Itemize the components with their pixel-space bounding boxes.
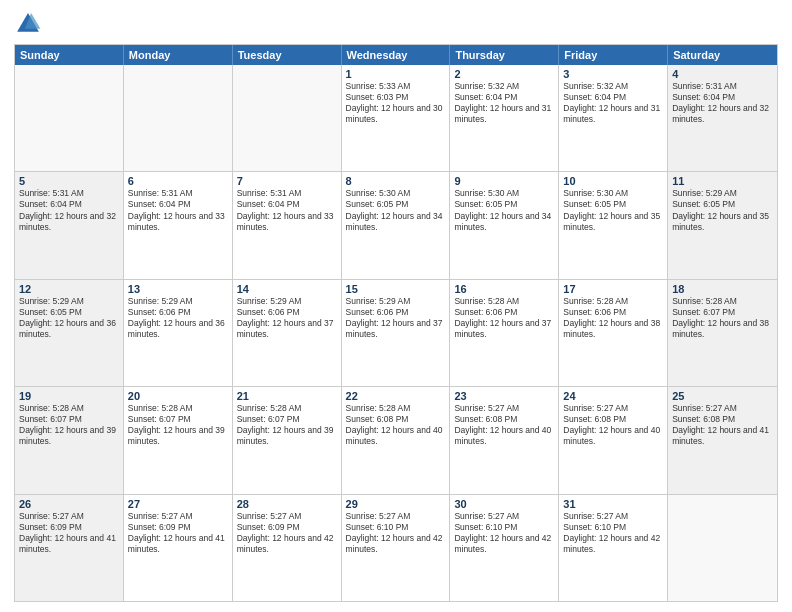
header	[14, 10, 778, 38]
day-header-monday: Monday	[124, 45, 233, 65]
calendar-cell: 18Sunrise: 5:28 AMSunset: 6:07 PMDayligh…	[668, 280, 777, 386]
cell-info: Sunrise: 5:30 AMSunset: 6:05 PMDaylight:…	[563, 188, 663, 232]
cell-info: Sunrise: 5:28 AMSunset: 6:07 PMDaylight:…	[672, 296, 773, 340]
day-number: 29	[346, 498, 446, 510]
calendar-cell: 20Sunrise: 5:28 AMSunset: 6:07 PMDayligh…	[124, 387, 233, 493]
calendar-cell: 21Sunrise: 5:28 AMSunset: 6:07 PMDayligh…	[233, 387, 342, 493]
calendar-cell: 23Sunrise: 5:27 AMSunset: 6:08 PMDayligh…	[450, 387, 559, 493]
calendar-cell: 25Sunrise: 5:27 AMSunset: 6:08 PMDayligh…	[668, 387, 777, 493]
calendar-cell	[124, 65, 233, 171]
day-number: 22	[346, 390, 446, 402]
calendar-cell: 16Sunrise: 5:28 AMSunset: 6:06 PMDayligh…	[450, 280, 559, 386]
day-number: 8	[346, 175, 446, 187]
day-number: 27	[128, 498, 228, 510]
calendar-cell	[668, 495, 777, 601]
calendar-cell: 9Sunrise: 5:30 AMSunset: 6:05 PMDaylight…	[450, 172, 559, 278]
day-number: 9	[454, 175, 554, 187]
calendar-cell: 12Sunrise: 5:29 AMSunset: 6:05 PMDayligh…	[15, 280, 124, 386]
calendar-cell: 30Sunrise: 5:27 AMSunset: 6:10 PMDayligh…	[450, 495, 559, 601]
day-number: 11	[672, 175, 773, 187]
day-number: 4	[672, 68, 773, 80]
day-number: 3	[563, 68, 663, 80]
cell-info: Sunrise: 5:27 AMSunset: 6:08 PMDaylight:…	[672, 403, 773, 447]
calendar-cell: 19Sunrise: 5:28 AMSunset: 6:07 PMDayligh…	[15, 387, 124, 493]
calendar-row-5: 26Sunrise: 5:27 AMSunset: 6:09 PMDayligh…	[15, 494, 777, 601]
day-number: 20	[128, 390, 228, 402]
cell-info: Sunrise: 5:29 AMSunset: 6:05 PMDaylight:…	[672, 188, 773, 232]
cell-info: Sunrise: 5:30 AMSunset: 6:05 PMDaylight:…	[346, 188, 446, 232]
day-number: 26	[19, 498, 119, 510]
day-number: 5	[19, 175, 119, 187]
page: SundayMondayTuesdayWednesdayThursdayFrid…	[0, 0, 792, 612]
cell-info: Sunrise: 5:27 AMSunset: 6:09 PMDaylight:…	[237, 511, 337, 555]
calendar-row-1: 1Sunrise: 5:33 AMSunset: 6:03 PMDaylight…	[15, 65, 777, 171]
calendar-cell: 1Sunrise: 5:33 AMSunset: 6:03 PMDaylight…	[342, 65, 451, 171]
day-number: 17	[563, 283, 663, 295]
calendar-cell: 6Sunrise: 5:31 AMSunset: 6:04 PMDaylight…	[124, 172, 233, 278]
cell-info: Sunrise: 5:29 AMSunset: 6:06 PMDaylight:…	[237, 296, 337, 340]
day-number: 14	[237, 283, 337, 295]
calendar-cell: 17Sunrise: 5:28 AMSunset: 6:06 PMDayligh…	[559, 280, 668, 386]
cell-info: Sunrise: 5:31 AMSunset: 6:04 PMDaylight:…	[128, 188, 228, 232]
day-header-tuesday: Tuesday	[233, 45, 342, 65]
day-number: 16	[454, 283, 554, 295]
day-number: 31	[563, 498, 663, 510]
cell-info: Sunrise: 5:31 AMSunset: 6:04 PMDaylight:…	[19, 188, 119, 232]
cell-info: Sunrise: 5:29 AMSunset: 6:06 PMDaylight:…	[128, 296, 228, 340]
day-number: 24	[563, 390, 663, 402]
calendar-row-2: 5Sunrise: 5:31 AMSunset: 6:04 PMDaylight…	[15, 171, 777, 278]
cell-info: Sunrise: 5:28 AMSunset: 6:07 PMDaylight:…	[128, 403, 228, 447]
cell-info: Sunrise: 5:28 AMSunset: 6:06 PMDaylight:…	[454, 296, 554, 340]
calendar-body: 1Sunrise: 5:33 AMSunset: 6:03 PMDaylight…	[15, 65, 777, 601]
day-number: 28	[237, 498, 337, 510]
calendar-header: SundayMondayTuesdayWednesdayThursdayFrid…	[15, 45, 777, 65]
day-number: 23	[454, 390, 554, 402]
calendar-cell: 8Sunrise: 5:30 AMSunset: 6:05 PMDaylight…	[342, 172, 451, 278]
calendar-cell: 3Sunrise: 5:32 AMSunset: 6:04 PMDaylight…	[559, 65, 668, 171]
cell-info: Sunrise: 5:27 AMSunset: 6:10 PMDaylight:…	[454, 511, 554, 555]
calendar-cell	[233, 65, 342, 171]
day-number: 25	[672, 390, 773, 402]
calendar-cell: 31Sunrise: 5:27 AMSunset: 6:10 PMDayligh…	[559, 495, 668, 601]
calendar-cell: 7Sunrise: 5:31 AMSunset: 6:04 PMDaylight…	[233, 172, 342, 278]
cell-info: Sunrise: 5:28 AMSunset: 6:07 PMDaylight:…	[237, 403, 337, 447]
day-number: 19	[19, 390, 119, 402]
logo	[14, 10, 46, 38]
calendar-cell	[15, 65, 124, 171]
calendar-row-4: 19Sunrise: 5:28 AMSunset: 6:07 PMDayligh…	[15, 386, 777, 493]
calendar-cell: 14Sunrise: 5:29 AMSunset: 6:06 PMDayligh…	[233, 280, 342, 386]
cell-info: Sunrise: 5:32 AMSunset: 6:04 PMDaylight:…	[454, 81, 554, 125]
day-header-thursday: Thursday	[450, 45, 559, 65]
calendar-cell: 28Sunrise: 5:27 AMSunset: 6:09 PMDayligh…	[233, 495, 342, 601]
day-number: 13	[128, 283, 228, 295]
calendar-cell: 4Sunrise: 5:31 AMSunset: 6:04 PMDaylight…	[668, 65, 777, 171]
calendar-cell: 26Sunrise: 5:27 AMSunset: 6:09 PMDayligh…	[15, 495, 124, 601]
day-header-friday: Friday	[559, 45, 668, 65]
cell-info: Sunrise: 5:28 AMSunset: 6:08 PMDaylight:…	[346, 403, 446, 447]
cell-info: Sunrise: 5:29 AMSunset: 6:06 PMDaylight:…	[346, 296, 446, 340]
day-number: 15	[346, 283, 446, 295]
cell-info: Sunrise: 5:28 AMSunset: 6:06 PMDaylight:…	[563, 296, 663, 340]
cell-info: Sunrise: 5:27 AMSunset: 6:09 PMDaylight:…	[128, 511, 228, 555]
calendar-cell: 24Sunrise: 5:27 AMSunset: 6:08 PMDayligh…	[559, 387, 668, 493]
day-header-sunday: Sunday	[15, 45, 124, 65]
cell-info: Sunrise: 5:27 AMSunset: 6:10 PMDaylight:…	[346, 511, 446, 555]
calendar: SundayMondayTuesdayWednesdayThursdayFrid…	[14, 44, 778, 602]
cell-info: Sunrise: 5:27 AMSunset: 6:10 PMDaylight:…	[563, 511, 663, 555]
cell-info: Sunrise: 5:33 AMSunset: 6:03 PMDaylight:…	[346, 81, 446, 125]
calendar-cell: 29Sunrise: 5:27 AMSunset: 6:10 PMDayligh…	[342, 495, 451, 601]
day-number: 12	[19, 283, 119, 295]
cell-info: Sunrise: 5:31 AMSunset: 6:04 PMDaylight:…	[672, 81, 773, 125]
day-number: 21	[237, 390, 337, 402]
day-number: 2	[454, 68, 554, 80]
cell-info: Sunrise: 5:28 AMSunset: 6:07 PMDaylight:…	[19, 403, 119, 447]
day-number: 30	[454, 498, 554, 510]
day-number: 1	[346, 68, 446, 80]
calendar-cell: 2Sunrise: 5:32 AMSunset: 6:04 PMDaylight…	[450, 65, 559, 171]
cell-info: Sunrise: 5:32 AMSunset: 6:04 PMDaylight:…	[563, 81, 663, 125]
day-number: 10	[563, 175, 663, 187]
cell-info: Sunrise: 5:27 AMSunset: 6:09 PMDaylight:…	[19, 511, 119, 555]
cell-info: Sunrise: 5:27 AMSunset: 6:08 PMDaylight:…	[563, 403, 663, 447]
calendar-cell: 10Sunrise: 5:30 AMSunset: 6:05 PMDayligh…	[559, 172, 668, 278]
cell-info: Sunrise: 5:31 AMSunset: 6:04 PMDaylight:…	[237, 188, 337, 232]
